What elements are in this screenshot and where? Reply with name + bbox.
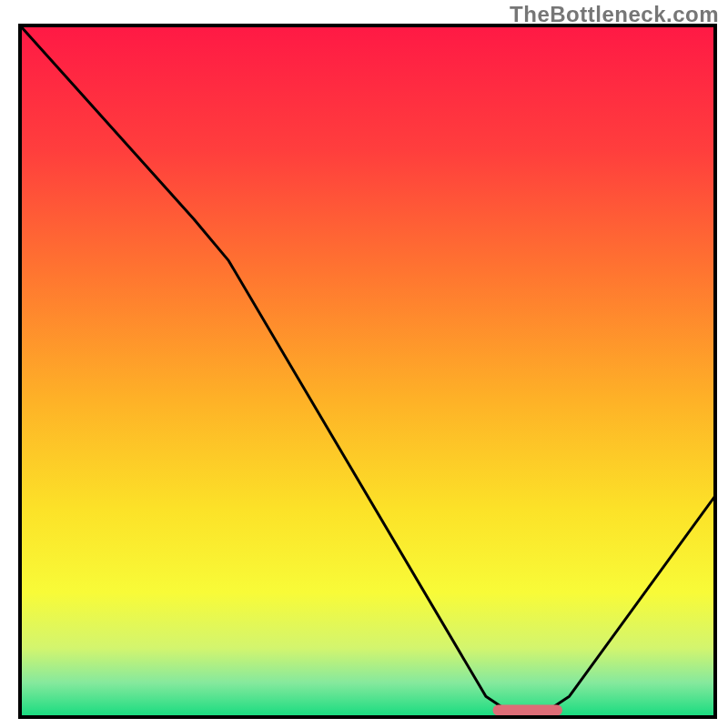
bottleneck-plot [0, 0, 728, 728]
gradient-background [20, 25, 715, 717]
optimal-marker [493, 704, 562, 715]
chart-stage: TheBottleneck.com [0, 0, 728, 728]
